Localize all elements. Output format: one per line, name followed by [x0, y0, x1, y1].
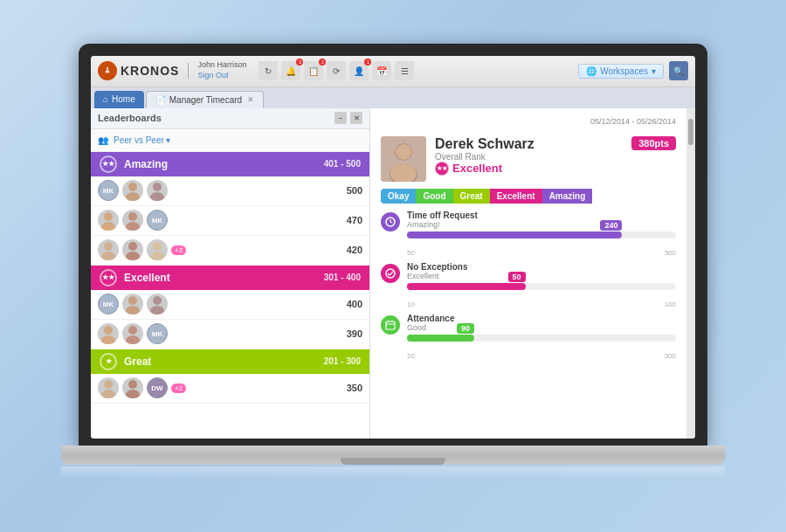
app: KRONOS John Harrison Sign Out ↻ 🔔3 📋2 — [91, 56, 695, 439]
tier-amazing-header: ★★ Amazing 401 - 500 — [91, 152, 369, 176]
table-row: MK 390 — [91, 320, 369, 349]
laptop-base — [61, 446, 725, 465]
metric-bar-container: 50 10 100 — [407, 283, 676, 308]
metric-attendance: Attendance Good 90 — [381, 314, 676, 360]
tab-home[interactable]: ⌂ Home — [94, 91, 144, 108]
svg-point-5 — [104, 212, 113, 221]
svg-point-1 — [128, 183, 137, 191]
peer-vs-peer-dropdown[interactable]: Peer vs Peer ▾ — [114, 135, 170, 145]
svg-point-6 — [101, 222, 115, 231]
globe-icon: 🌐 — [586, 66, 596, 76]
nav-icon-clipboard[interactable]: 📋2 — [304, 61, 323, 80]
svg-point-2 — [126, 192, 140, 201]
badge-clipboard: 2 — [319, 59, 326, 66]
search-button[interactable]: 🔍 — [669, 61, 688, 80]
users-filter-icon: 👥 — [98, 135, 108, 145]
points-section: 380pts — [631, 136, 676, 150]
avatar — [122, 294, 143, 314]
search-icon: 🔍 — [673, 66, 684, 76]
avatar — [98, 323, 119, 344]
metric-icon-excellent — [381, 264, 400, 283]
amazing-range: 401 - 500 — [324, 159, 361, 169]
bar-value-label: 240 — [600, 220, 622, 231]
user-info: John Harrison Sign Out — [197, 60, 246, 80]
avatar — [122, 377, 143, 398]
kronos-flame-icon — [98, 61, 117, 80]
laptop-reflection — [61, 466, 725, 479]
bar-wrapper: 50 — [407, 283, 676, 290]
svg-point-19 — [104, 326, 113, 335]
metric-bar-container: 90 20 300 — [407, 335, 676, 360]
nav-icon-menu[interactable]: ☰ — [395, 61, 414, 80]
excellent-label: Excellent — [124, 272, 170, 284]
tier-excellent-header: ★★ Excellent 301 - 400 — [91, 266, 369, 290]
metric-axis: 10 100 — [407, 301, 676, 308]
nav-icon-refresh[interactable]: ↻ — [259, 61, 278, 80]
filter-chevron: ▾ — [166, 135, 170, 145]
screen: KRONOS John Harrison Sign Out ↻ 🔔3 📋2 — [91, 56, 695, 439]
avatar — [381, 136, 426, 182]
avatar: MK — [147, 210, 168, 231]
bar-value-label: 90 — [457, 323, 474, 334]
great-range: 201 - 300 — [324, 356, 361, 366]
excellent-badge-icon: ★★ — [100, 269, 117, 287]
minimize-icon[interactable]: − — [334, 112, 347, 124]
rank-value-text: Excellent — [452, 162, 502, 175]
row-score: 400 — [347, 299, 362, 309]
metric-bar-fill — [407, 335, 474, 342]
tier-pills: Okay Good Great Excellent Amazing — [381, 189, 676, 204]
avatar — [147, 180, 168, 201]
metric-no-exceptions: No Exceptions Excellent 50 — [381, 262, 676, 308]
svg-point-3 — [153, 183, 162, 191]
metric-subtitle: Excellent — [407, 272, 676, 280]
close-panel-icon[interactable]: ✕ — [350, 112, 362, 124]
metric-title: No Exceptions — [407, 262, 676, 272]
workspace-button[interactable]: 🌐 Workspaces ▾ — [578, 64, 664, 79]
divider — [188, 63, 189, 79]
avatar — [122, 239, 143, 260]
screen-bezel: KRONOS John Harrison Sign Out ↻ 🔔3 📋2 — [79, 44, 707, 446]
svg-point-23 — [104, 380, 113, 389]
svg-point-13 — [153, 242, 162, 251]
tab-close-icon[interactable]: ✕ — [247, 95, 254, 104]
tab-manager-timecard[interactable]: 📄 Manager Timecard ✕ — [146, 91, 264, 108]
manager-tab-label: Manager Timecard — [169, 95, 242, 105]
scroll-thumb[interactable] — [688, 119, 693, 145]
pill-great: Great — [453, 189, 490, 204]
svg-point-7 — [128, 212, 137, 221]
leaderboard-panel: Leaderboards − ✕ 👥 Peer vs Peer ▾ — [91, 108, 370, 439]
svg-point-33 — [386, 269, 395, 278]
kronos-text: KRONOS — [121, 64, 179, 78]
amazing-badge-icon: ★★ — [100, 155, 117, 173]
scrollbar[interactable] — [686, 108, 695, 439]
svg-point-4 — [150, 192, 164, 201]
nav-icon-bell[interactable]: 🔔3 — [281, 61, 300, 80]
metric-axis: 50 300 — [407, 249, 676, 257]
axis-max: 300 — [665, 249, 676, 257]
nav-icon-cycle[interactable]: ⟳ — [327, 61, 346, 80]
avatar: MK — [98, 294, 119, 314]
panel-header: Leaderboards − ✕ — [91, 108, 369, 129]
badge-user: 1 — [364, 59, 371, 66]
tabbar: ⌂ Home 📄 Manager Timecard ✕ — [91, 87, 695, 108]
avatar — [122, 323, 143, 344]
table-row: MK 470 — [91, 206, 369, 236]
plus-badge: +2 — [171, 245, 186, 255]
sign-out-link[interactable]: Sign Out — [197, 71, 246, 81]
axis-min: 10 — [407, 301, 415, 308]
axis-min: 50 — [407, 249, 415, 257]
metric-title: Time off Request — [407, 211, 676, 220]
bar-value-label: 50 — [508, 272, 526, 282]
great-badge-icon: ★ — [100, 353, 117, 370]
tier-great-header: ★ Great 201 - 300 — [91, 349, 369, 374]
workspace-label: Workspaces — [600, 66, 648, 76]
laptop: KRONOS John Harrison Sign Out ↻ 🔔3 📋2 — [61, 44, 725, 489]
svg-point-10 — [101, 252, 115, 260]
nav-icon-user[interactable]: 👤1 — [349, 61, 369, 80]
filter-label: Peer vs Peer — [114, 135, 164, 145]
svg-point-12 — [126, 252, 140, 260]
svg-point-15 — [128, 296, 137, 305]
svg-point-20 — [101, 335, 115, 344]
metric-bar-fill — [407, 283, 526, 290]
nav-icon-calendar[interactable]: 📅 — [372, 61, 391, 80]
